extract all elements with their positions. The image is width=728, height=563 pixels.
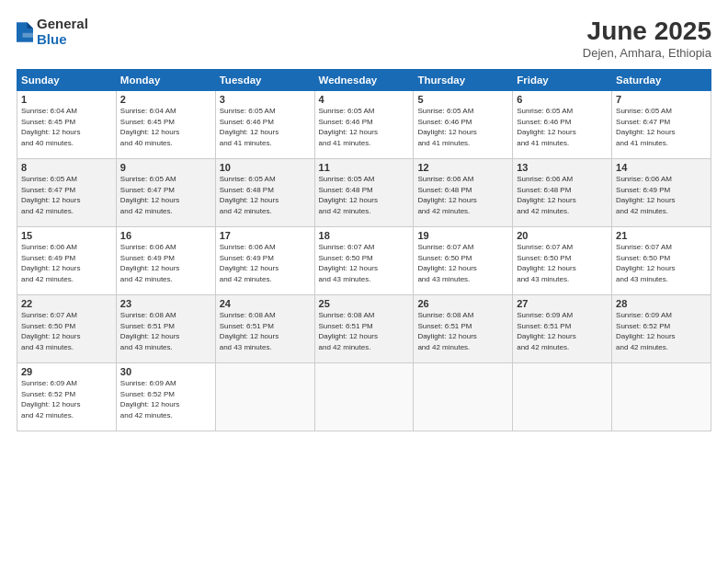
calendar-page: General Blue June 2025 Dejen, Amhara, Et… [0,0,728,563]
day-info: Sunrise: 6:06 AMSunset: 6:49 PMDaylight:… [616,175,675,215]
day-number: 10 [220,162,311,173]
day-info: Sunrise: 6:07 AMSunset: 6:50 PMDaylight:… [417,243,476,283]
day-number: 29 [21,366,112,377]
table-row: 22Sunrise: 6:07 AMSunset: 6:50 PMDayligh… [17,295,117,363]
day-number: 1 [21,94,112,105]
logo-text: General Blue [37,17,88,47]
calendar-week-2: 8Sunrise: 6:05 AMSunset: 6:47 PMDaylight… [17,159,711,227]
calendar-week-5: 29Sunrise: 6:09 AMSunset: 6:52 PMDayligh… [17,363,711,431]
table-row: 23Sunrise: 6:08 AMSunset: 6:51 PMDayligh… [116,295,215,363]
day-number: 6 [517,94,608,105]
day-number: 9 [120,162,211,173]
calendar-subtitle: Dejen, Amhara, Ethiopia [583,46,711,60]
day-number: 11 [319,162,410,173]
logo-general: General [37,17,88,32]
day-info: Sunrise: 6:04 AMSunset: 6:45 PMDaylight:… [21,107,80,147]
table-row: 16Sunrise: 6:06 AMSunset: 6:49 PMDayligh… [116,227,215,295]
table-row: 2Sunrise: 6:04 AMSunset: 6:45 PMDaylight… [116,91,215,159]
table-row: 5Sunrise: 6:05 AMSunset: 6:46 PMDaylight… [414,91,513,159]
table-row: 27Sunrise: 6:09 AMSunset: 6:51 PMDayligh… [513,295,612,363]
day-number: 12 [417,162,508,173]
day-info: Sunrise: 6:05 AMSunset: 6:47 PMDaylight:… [21,175,80,215]
svg-marker-0 [17,22,33,41]
title-block: June 2025 Dejen, Amhara, Ethiopia [583,17,711,60]
day-number: 30 [120,366,211,377]
day-info: Sunrise: 6:05 AMSunset: 6:48 PMDaylight:… [319,175,378,215]
logo: General Blue [17,17,88,47]
day-info: Sunrise: 6:08 AMSunset: 6:51 PMDaylight:… [319,311,378,351]
table-row: 13Sunrise: 6:06 AMSunset: 6:48 PMDayligh… [513,159,612,227]
day-info: Sunrise: 6:06 AMSunset: 6:48 PMDaylight:… [517,175,575,215]
day-info: Sunrise: 6:05 AMSunset: 6:46 PMDaylight:… [417,107,476,147]
svg-marker-2 [23,32,33,37]
header-row: Sunday Monday Tuesday Wednesday Thursday… [17,70,711,91]
table-row: 26Sunrise: 6:08 AMSunset: 6:51 PMDayligh… [414,295,513,363]
table-row [612,363,711,431]
day-info: Sunrise: 6:05 AMSunset: 6:46 PMDaylight:… [517,107,575,147]
day-info: Sunrise: 6:08 AMSunset: 6:51 PMDaylight:… [417,311,476,351]
table-row [314,363,414,431]
table-row: 29Sunrise: 6:09 AMSunset: 6:52 PMDayligh… [17,363,117,431]
svg-marker-1 [27,22,33,29]
table-row: 24Sunrise: 6:08 AMSunset: 6:51 PMDayligh… [215,295,314,363]
day-info: Sunrise: 6:05 AMSunset: 6:46 PMDaylight:… [220,107,279,147]
day-info: Sunrise: 6:07 AMSunset: 6:50 PMDaylight:… [616,243,675,283]
logo-blue: Blue [37,32,88,48]
day-info: Sunrise: 6:06 AMSunset: 6:48 PMDaylight:… [417,175,476,215]
day-number: 19 [417,230,508,241]
day-number: 26 [417,298,508,309]
day-info: Sunrise: 6:06 AMSunset: 6:49 PMDaylight:… [21,243,80,283]
header: General Blue June 2025 Dejen, Amhara, Et… [17,17,711,60]
day-number: 18 [319,230,410,241]
day-info: Sunrise: 6:07 AMSunset: 6:50 PMDaylight:… [21,311,80,351]
day-info: Sunrise: 6:08 AMSunset: 6:51 PMDaylight:… [120,311,179,351]
day-number: 17 [220,230,311,241]
col-friday: Friday [513,70,612,91]
calendar-title: June 2025 [583,17,711,46]
col-saturday: Saturday [612,70,711,91]
calendar-week-4: 22Sunrise: 6:07 AMSunset: 6:50 PMDayligh… [17,295,711,363]
day-info: Sunrise: 6:09 AMSunset: 6:52 PMDaylight:… [120,379,179,419]
table-row: 14Sunrise: 6:06 AMSunset: 6:49 PMDayligh… [612,159,711,227]
calendar-week-3: 15Sunrise: 6:06 AMSunset: 6:49 PMDayligh… [17,227,711,295]
day-number: 7 [616,94,707,105]
day-number: 5 [417,94,508,105]
day-number: 13 [517,162,608,173]
table-row: 4Sunrise: 6:05 AMSunset: 6:46 PMDaylight… [314,91,414,159]
table-row [414,363,513,431]
table-row: 30Sunrise: 6:09 AMSunset: 6:52 PMDayligh… [116,363,215,431]
col-monday: Monday [116,70,215,91]
col-wednesday: Wednesday [314,70,414,91]
table-row: 28Sunrise: 6:09 AMSunset: 6:52 PMDayligh… [612,295,711,363]
day-number: 20 [517,230,608,241]
day-number: 8 [21,162,112,173]
table-row: 17Sunrise: 6:06 AMSunset: 6:49 PMDayligh… [215,227,314,295]
table-row: 7Sunrise: 6:05 AMSunset: 6:47 PMDaylight… [612,91,711,159]
day-number: 25 [319,298,410,309]
table-row: 10Sunrise: 6:05 AMSunset: 6:48 PMDayligh… [215,159,314,227]
day-info: Sunrise: 6:08 AMSunset: 6:51 PMDaylight:… [220,311,279,351]
day-info: Sunrise: 6:09 AMSunset: 6:51 PMDaylight:… [517,311,575,351]
table-row: 25Sunrise: 6:08 AMSunset: 6:51 PMDayligh… [314,295,414,363]
calendar-table: Sunday Monday Tuesday Wednesday Thursday… [17,69,711,431]
day-number: 22 [21,298,112,309]
day-number: 2 [120,94,211,105]
col-thursday: Thursday [414,70,513,91]
day-number: 27 [517,298,608,309]
day-info: Sunrise: 6:09 AMSunset: 6:52 PMDaylight:… [21,379,80,419]
day-number: 4 [319,94,410,105]
table-row: 21Sunrise: 6:07 AMSunset: 6:50 PMDayligh… [612,227,711,295]
day-info: Sunrise: 6:06 AMSunset: 6:49 PMDaylight:… [120,243,179,283]
day-number: 16 [120,230,211,241]
day-info: Sunrise: 6:07 AMSunset: 6:50 PMDaylight:… [517,243,575,283]
calendar-week-1: 1Sunrise: 6:04 AMSunset: 6:45 PMDaylight… [17,91,711,159]
table-row: 6Sunrise: 6:05 AMSunset: 6:46 PMDaylight… [513,91,612,159]
day-number: 28 [616,298,707,309]
day-number: 14 [616,162,707,173]
table-row: 8Sunrise: 6:05 AMSunset: 6:47 PMDaylight… [17,159,117,227]
table-row: 15Sunrise: 6:06 AMSunset: 6:49 PMDayligh… [17,227,117,295]
table-row: 3Sunrise: 6:05 AMSunset: 6:46 PMDaylight… [215,91,314,159]
table-row [513,363,612,431]
day-info: Sunrise: 6:05 AMSunset: 6:46 PMDaylight:… [319,107,378,147]
day-number: 24 [220,298,311,309]
